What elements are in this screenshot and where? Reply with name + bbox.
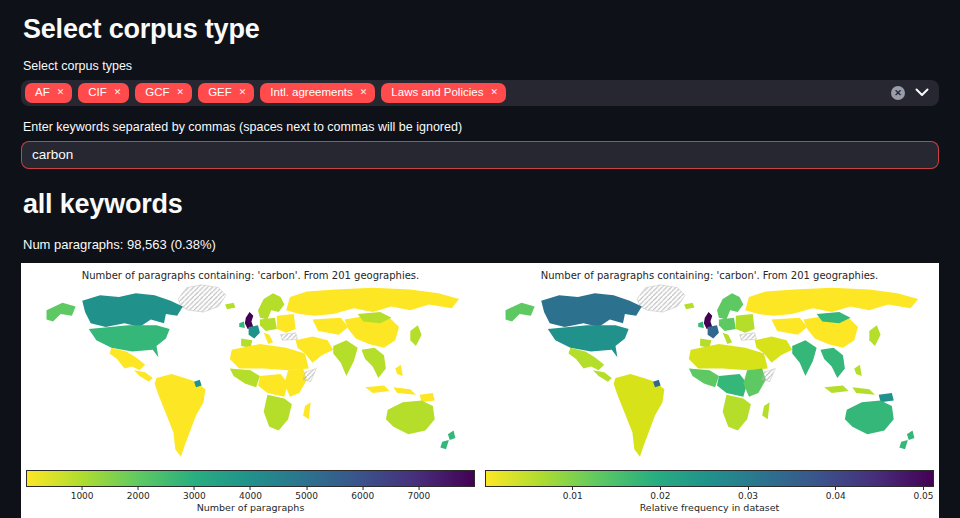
colorbar-tick: 0.02 <box>650 487 670 501</box>
region-alaska <box>506 302 535 321</box>
corpus-tag-label: GEF <box>208 87 232 99</box>
region-africa-east <box>284 368 307 396</box>
region-philippines <box>854 364 862 375</box>
colorbar-tick: 0.01 <box>563 487 583 501</box>
colorbar-label-right: Relative frequency in dataset <box>485 502 934 513</box>
multiselect-controls: ✕ <box>891 86 929 100</box>
region-russia <box>745 287 918 315</box>
corpus-select-label: Select corpus types <box>23 59 939 73</box>
results-panel: Number of paragraphs containing: 'carbon… <box>21 263 939 518</box>
region-new-zealand <box>899 430 914 449</box>
region-indonesia-2 <box>393 387 416 395</box>
region-africa-east <box>743 368 766 396</box>
corpus-tag[interactable]: GCF✕ <box>135 83 192 103</box>
region-ireland <box>239 321 245 328</box>
region-central-europe <box>260 317 277 330</box>
region-central-america <box>134 370 153 381</box>
colorbar-label-left: Number of paragraphs <box>26 502 475 513</box>
region-central-america <box>593 370 612 381</box>
corpus-tag[interactable]: AF✕ <box>25 83 72 103</box>
region-africa-west <box>689 368 719 387</box>
region-iceland <box>684 302 694 309</box>
corpus-tag-label: Intl. agreements <box>270 87 352 99</box>
colorbar-tick: 2000 <box>127 487 150 501</box>
region-mexico <box>110 347 146 370</box>
region-india <box>333 340 357 376</box>
region-japan <box>869 325 880 346</box>
region-kazakhstan <box>313 317 349 334</box>
region-usa <box>89 325 170 357</box>
tag-remove-icon[interactable]: ✕ <box>490 88 498 97</box>
colorbar-right: 0.010.020.030.040.05 Relative frequency … <box>485 470 934 513</box>
corpus-tag-label: CIF <box>88 87 107 99</box>
region-greenland <box>178 284 226 311</box>
tag-remove-icon[interactable]: ✕ <box>360 88 368 97</box>
fig-title-left: Number of paragraphs containing: 'carbon… <box>21 270 480 281</box>
region-france <box>708 325 719 338</box>
fig-title-right: Number of paragraphs containing: 'carbon… <box>480 270 939 281</box>
region-africa-north <box>230 344 309 370</box>
keywords-label: Enter keywords separated by commas (spac… <box>23 120 939 134</box>
corpus-tag[interactable]: Laws and Policies✕ <box>381 83 506 103</box>
tag-remove-icon[interactable]: ✕ <box>57 88 65 97</box>
region-new-zealand <box>440 430 455 449</box>
region-central-europe <box>719 317 736 330</box>
corpus-multiselect[interactable]: AF✕CIF✕GCF✕GEF✕Intl. agreements✕Laws and… <box>21 80 939 106</box>
region-canada <box>541 293 642 327</box>
keywords-input[interactable] <box>21 141 939 169</box>
region-greenland <box>637 284 685 311</box>
region-turkey <box>740 332 757 340</box>
colorbar-tick: 0.04 <box>826 487 846 501</box>
region-madagascar <box>762 402 770 419</box>
region-mexico <box>569 347 605 370</box>
region-africa-north <box>689 344 768 370</box>
corpus-tag[interactable]: Intl. agreements✕ <box>260 83 375 103</box>
colorbar-tick: 6000 <box>351 487 374 501</box>
clear-all-icon[interactable]: ✕ <box>891 86 905 100</box>
colorbar-gradient-right <box>485 470 934 487</box>
region-italy <box>264 332 273 343</box>
region-australia <box>845 400 894 434</box>
colorbar-tick: 5000 <box>295 487 318 501</box>
corpus-tag-label: Laws and Policies <box>391 87 483 99</box>
region-africa-central <box>717 374 747 397</box>
region-ireland <box>698 321 704 328</box>
colorbar-tick: 0.03 <box>738 487 758 501</box>
region-se-asia <box>820 347 844 377</box>
region-turkey <box>281 332 298 340</box>
region-india <box>792 340 816 376</box>
colorbar-ticks-right: 0.010.020.030.040.05 <box>485 487 934 502</box>
region-italy <box>723 332 732 343</box>
figure-relative-frequency: Number of paragraphs containing: 'carbon… <box>480 263 939 518</box>
colorbar-tick: 7000 <box>407 487 430 501</box>
region-iceland <box>225 302 235 309</box>
region-madagascar <box>303 402 311 419</box>
tag-remove-icon[interactable]: ✕ <box>114 88 122 97</box>
region-indonesia-1 <box>824 385 848 393</box>
region-japan <box>410 325 421 346</box>
region-east-europe <box>736 313 755 332</box>
choropleth-map-relative-frequency <box>486 282 933 470</box>
corpus-tag-label: AF <box>35 87 50 99</box>
region-alaska <box>47 302 76 321</box>
section-heading: all keywords <box>23 189 939 220</box>
stats-text: Num paragraphs: 98,563 (0.38%) <box>23 237 939 252</box>
corpus-tag[interactable]: CIF✕ <box>78 83 129 103</box>
tag-remove-icon[interactable]: ✕ <box>177 88 185 97</box>
region-france <box>249 325 260 338</box>
colorbar-left: 1000200030004000500060007000 Number of p… <box>26 470 475 513</box>
tag-remove-icon[interactable]: ✕ <box>239 88 247 97</box>
colorbar-gradient-left <box>26 470 475 487</box>
colorbar-tick: 0.05 <box>913 487 933 501</box>
region-somalia <box>303 368 316 381</box>
figure-paragraph-count: Number of paragraphs containing: 'carbon… <box>21 263 480 518</box>
region-usa <box>548 325 629 357</box>
app-container: Select corpus type Select corpus types A… <box>0 0 960 518</box>
region-africa-central <box>258 374 288 397</box>
corpus-tag[interactable]: GEF✕ <box>198 83 254 103</box>
page-title: Select corpus type <box>23 14 939 45</box>
region-se-asia <box>361 347 385 377</box>
chevron-down-icon[interactable] <box>915 88 929 97</box>
region-indonesia-2 <box>852 387 875 395</box>
region-somalia <box>762 368 775 381</box>
